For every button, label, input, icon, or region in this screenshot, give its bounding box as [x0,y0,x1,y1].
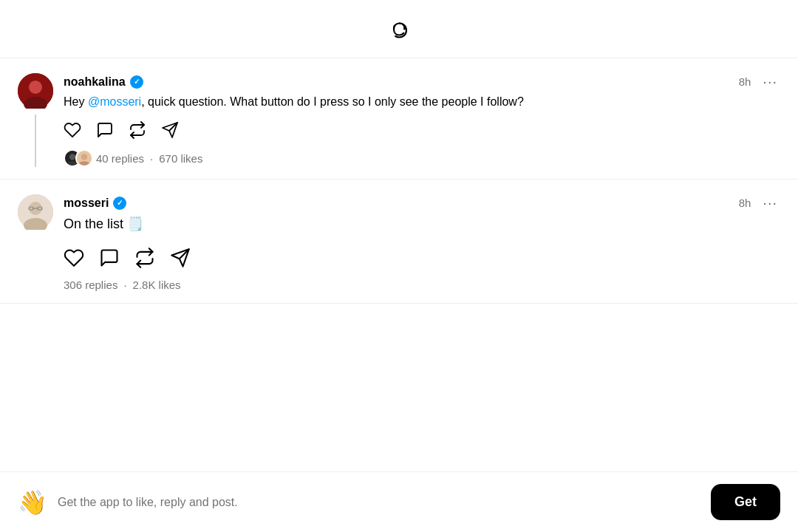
post-header-left-mosseri: mosseri ✓ [64,197,126,210]
post-mosseri: mosseri ✓ 8h ··· On the list 🗒️ [0,180,798,304]
post-noahkalina: noahkalina ✓ 8h ··· Hey @mosseri, quick … [0,58,798,180]
reply-avatars [64,149,87,167]
comment-button-mosseri[interactable] [99,248,120,268]
post-right-mosseri: mosseri ✓ 8h ··· On the list 🗒️ [64,194,780,291]
post-header-noahkalina: noahkalina ✓ 8h ··· [64,73,780,90]
threads-logo [383,13,415,47]
stats-dot-mosseri: · [123,279,126,291]
post-content-noahkalina: Hey @mosseri, quick question. What butto… [64,93,780,111]
share-button-noahkalina[interactable] [161,121,179,139]
post-stats-mosseri: 306 replies · 2.8K likes [64,279,780,291]
post-time-noahkalina: 8h [739,75,751,88]
like-button-mosseri[interactable] [64,248,84,268]
likes-count-mosseri: 2.8K likes [133,279,181,291]
repost-button-mosseri[interactable] [134,248,155,268]
get-app-button[interactable]: Get [711,484,780,520]
like-button-noahkalina[interactable] [64,121,81,139]
svg-point-7 [69,154,75,160]
reply-avatar-2 [75,149,93,167]
post-header-right: 8h ··· [739,73,780,90]
banner-text: Get the app to like, reply and post. [58,496,711,509]
likes-count-noahkalina: 670 likes [159,152,202,165]
avatar-mosseri [18,194,53,230]
app-banner: 👋 Get the app to like, reply and post. G… [0,471,798,532]
app-header [0,0,798,58]
post-header-mosseri: mosseri ✓ 8h ··· [64,194,780,211]
post-header-right-mosseri: 8h ··· [739,194,780,211]
replies-count-noahkalina: 40 replies [96,152,144,165]
comment-button-noahkalina[interactable] [96,121,114,139]
post-time-mosseri: 8h [739,197,751,209]
svg-point-10 [81,154,87,160]
mention-mosseri[interactable]: @mosseri [88,95,141,108]
avatar-noahkalina [18,73,53,109]
post-left-mosseri [18,194,53,291]
post-actions-noahkalina [64,121,780,139]
banner-emoji: 👋 [18,488,47,516]
svg-point-2 [29,81,42,94]
post-left-noahkalina [18,73,53,167]
replies-count-mosseri: 306 replies [64,279,117,291]
repost-button-noahkalina[interactable] [129,121,146,139]
thread-line [35,115,36,167]
more-options-noahkalina[interactable]: ··· [760,73,780,90]
post-right-noahkalina: noahkalina ✓ 8h ··· Hey @mosseri, quick … [64,73,780,167]
stats-dot: · [150,152,153,165]
svg-point-0 [403,28,406,30]
verified-badge-noahkalina: ✓ [130,75,143,89]
post-actions-mosseri [64,248,780,268]
thread-container: noahkalina ✓ 8h ··· Hey @mosseri, quick … [0,58,798,304]
post-content-mosseri: On the list 🗒️ [64,214,780,234]
username-mosseri: mosseri [64,197,109,210]
verified-badge-mosseri: ✓ [113,197,126,210]
username-noahkalina: noahkalina [64,75,126,89]
post-stats-noahkalina: 40 replies · 670 likes [64,149,780,167]
more-options-mosseri[interactable]: ··· [760,194,780,211]
share-button-mosseri[interactable] [170,248,191,268]
post-header-left: noahkalina ✓ [64,75,143,89]
